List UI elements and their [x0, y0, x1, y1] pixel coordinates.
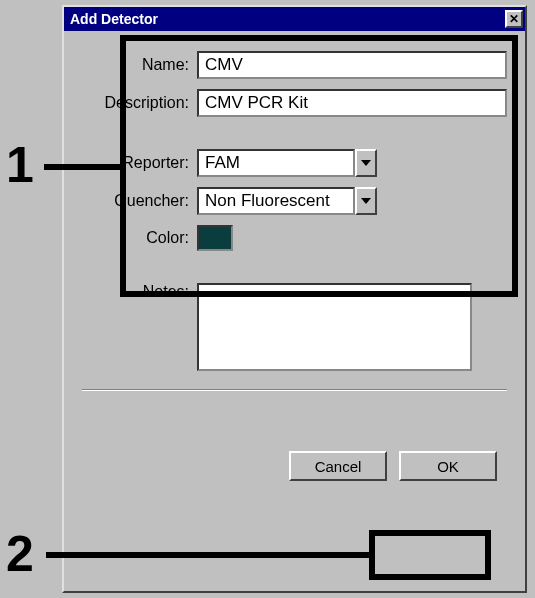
color-row: Color:	[82, 225, 507, 251]
reporter-select[interactable]: FAM	[197, 149, 377, 177]
titlebar: Add Detector ✕	[64, 7, 525, 31]
notes-label: Notes:	[82, 283, 197, 301]
cancel-button[interactable]: Cancel	[289, 451, 387, 481]
notes-row: Notes:	[82, 283, 507, 371]
callout-number-1: 1	[6, 136, 34, 194]
name-row: Name:	[82, 51, 507, 79]
notes-textarea[interactable]	[197, 283, 472, 371]
description-label: Description:	[82, 94, 197, 112]
dialog-body: Name: Description: Reporter: FAM Quenche…	[64, 31, 525, 491]
chevron-down-icon	[361, 160, 371, 166]
quencher-row: Quencher: Non Fluorescent	[82, 187, 507, 215]
close-button[interactable]: ✕	[505, 10, 523, 28]
quencher-select[interactable]: Non Fluorescent	[197, 187, 377, 215]
reporter-row: Reporter: FAM	[82, 149, 507, 177]
button-row: Cancel OK	[82, 451, 507, 481]
color-swatch[interactable]	[197, 225, 233, 251]
separator	[82, 389, 507, 391]
ok-button[interactable]: OK	[399, 451, 497, 481]
quencher-label: Quencher:	[82, 192, 197, 210]
callout-line-2	[46, 552, 372, 558]
chevron-down-icon	[361, 198, 371, 204]
name-input[interactable]	[197, 51, 507, 79]
quencher-value: Non Fluorescent	[197, 187, 355, 215]
close-icon: ✕	[509, 12, 519, 26]
name-label: Name:	[82, 56, 197, 74]
description-row: Description:	[82, 89, 507, 117]
add-detector-dialog: Add Detector ✕ Name: Description: Report…	[62, 5, 527, 593]
reporter-dropdown-button[interactable]	[355, 149, 377, 177]
dialog-title: Add Detector	[70, 11, 158, 27]
callout-number-2: 2	[6, 525, 34, 583]
reporter-value: FAM	[197, 149, 355, 177]
description-input[interactable]	[197, 89, 507, 117]
quencher-dropdown-button[interactable]	[355, 187, 377, 215]
callout-line-1	[44, 164, 124, 170]
color-label: Color:	[82, 229, 197, 247]
